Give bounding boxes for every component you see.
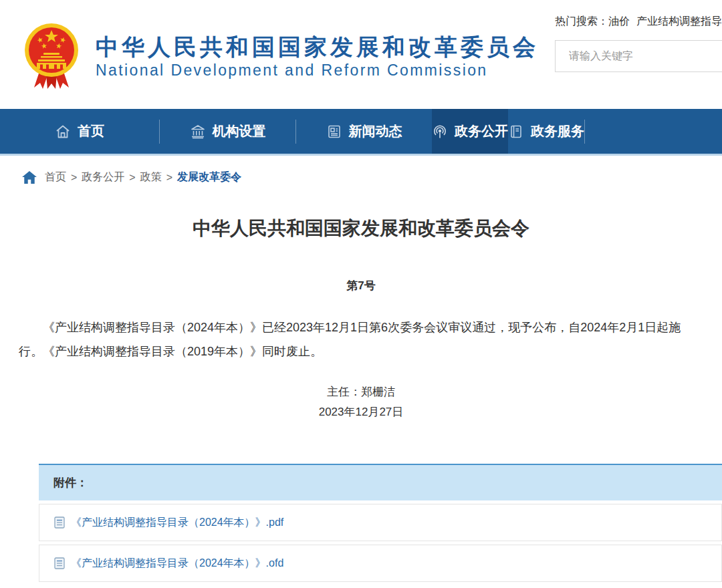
- breadcrumb-item-gov-disclosure[interactable]: 政务公开: [82, 170, 124, 184]
- search-area: 热门搜索：油价产业结构调整指导目录: [555, 15, 722, 72]
- attachment-link-pdf[interactable]: 《产业结构调整指导目录（2024年本）》.pdf: [71, 516, 283, 530]
- nav-item-gov-disclosure[interactable]: 政务公开: [432, 109, 508, 154]
- nav-item-news[interactable]: 新闻动态: [296, 109, 432, 154]
- search-input[interactable]: [556, 41, 722, 71]
- hot-search: 热门搜索：油价产业结构调整指导目录: [555, 15, 722, 29]
- institution-icon: [190, 124, 206, 140]
- attachment-row: 《产业结构调整指导目录（2024年本）》.ofd: [39, 545, 722, 582]
- site-title-zh: 中华人民共和国国家发展和改革委员会: [96, 35, 539, 59]
- home-icon: [55, 124, 71, 140]
- national-emblem-icon: [22, 22, 81, 92]
- nav-item-label: 机构设置: [213, 122, 266, 140]
- national-emblem-logo[interactable]: [22, 22, 81, 92]
- breadcrumb-separator: >: [129, 172, 135, 184]
- article-body: 《产业结构调整指导目录（2024年本）》已经2023年12月1日第6次委务会议审…: [19, 315, 689, 363]
- search-box: [555, 40, 722, 72]
- nav-item-label: 政务服务: [531, 122, 584, 140]
- file-icon: [54, 517, 65, 529]
- nav-item-gov-services[interactable]: 政务服务: [508, 109, 584, 154]
- breadcrumb: 首页 > 政务公开 > 政策 > 发展改革委令: [0, 156, 722, 184]
- breadcrumb-item-current: 发展改革委令: [177, 170, 241, 184]
- site-title-en: National Development and Reform Commissi…: [96, 61, 539, 80]
- hot-search-label: 热门搜索：: [555, 15, 608, 27]
- sign-block: 主任：郑栅洁 2023年12月27日: [19, 382, 703, 422]
- nav-item-label: 新闻动态: [349, 122, 402, 140]
- nav-item-home[interactable]: 首页: [0, 109, 159, 154]
- broadcast-icon: [432, 124, 448, 140]
- attachments-header: 附件：: [39, 464, 722, 500]
- article: 中华人民共和国国家发展和改革委员会令 第7号 《产业结构调整指导目录（2024年…: [0, 216, 722, 582]
- nav-item-label: 政务公开: [455, 122, 508, 140]
- attachment-link-ofd[interactable]: 《产业结构调整指导目录（2024年本）》.ofd: [71, 557, 283, 571]
- signer: 主任：郑栅洁: [19, 382, 703, 402]
- news-icon: [326, 124, 342, 140]
- attachment-row: 《产业结构调整指导目录（2024年本）》.pdf: [39, 504, 722, 541]
- nav-item-label: 首页: [78, 122, 104, 140]
- nav-item-institutions[interactable]: 机构设置: [160, 109, 295, 154]
- site-titles: 中华人民共和国国家发展和改革委员会 National Development a…: [96, 35, 539, 80]
- hot-search-keyword-catalogue[interactable]: 产业结构调整指导目录: [636, 15, 722, 27]
- page: 中华人民共和国国家发展和改革委员会 National Development a…: [0, 0, 722, 588]
- breadcrumb-item-home[interactable]: 首页: [45, 170, 66, 184]
- attachments-section: 附件： 《产业结构调整指导目录（2024年本）》.pdf 《产业结构调整指: [39, 464, 722, 582]
- breadcrumb-home-icon[interactable]: [22, 171, 37, 184]
- service-book-icon: [508, 124, 524, 140]
- main-nav: 首页 机构设置 新闻动: [0, 109, 722, 156]
- doc-number: 第7号: [19, 278, 703, 293]
- breadcrumb-separator: >: [71, 172, 77, 184]
- nav-spacer: [585, 109, 722, 154]
- sign-date: 2023年12月27日: [19, 402, 703, 422]
- breadcrumb-item-policy[interactable]: 政策: [140, 170, 162, 184]
- file-icon: [54, 557, 65, 569]
- hot-search-keyword-oil-price[interactable]: 油价: [608, 15, 630, 27]
- site-header: 中华人民共和国国家发展和改革委员会 National Development a…: [0, 0, 722, 109]
- breadcrumb-separator: >: [166, 172, 172, 184]
- article-title: 中华人民共和国国家发展和改革委员会令: [19, 216, 703, 241]
